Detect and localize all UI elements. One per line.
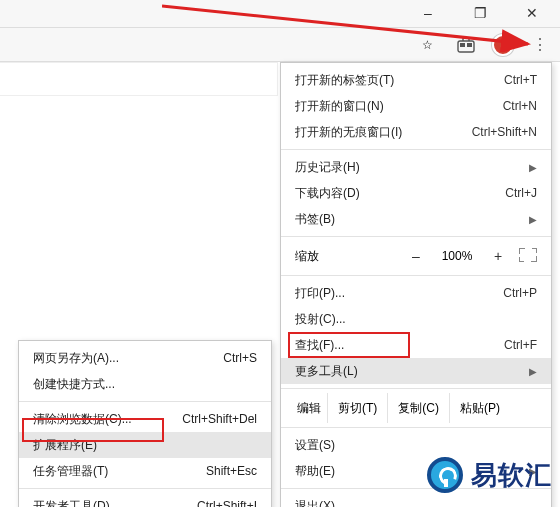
- menu-separator: [281, 388, 551, 389]
- menu-separator: [281, 427, 551, 428]
- watermark-icon: [427, 457, 463, 493]
- menu-more-tools[interactable]: 更多工具(L) ▶: [281, 358, 551, 384]
- profile-avatar[interactable]: [492, 34, 514, 56]
- bookmark-star-icon[interactable]: ☆: [414, 32, 440, 58]
- zoom-out-button[interactable]: –: [405, 248, 427, 264]
- minimize-button[interactable]: –: [408, 2, 448, 24]
- zoom-in-button[interactable]: +: [487, 248, 509, 264]
- menu-edit-row: 编辑 剪切(T) 复制(C) 粘贴(P): [281, 393, 551, 423]
- menu-separator: [281, 275, 551, 276]
- extension-icon[interactable]: [454, 33, 478, 57]
- menu-separator: [281, 149, 551, 150]
- maximize-button[interactable]: ❐: [460, 2, 500, 24]
- submenu-save-as[interactable]: 网页另存为(A)... Ctrl+S: [19, 345, 271, 371]
- menu-separator: [19, 401, 271, 402]
- menu-incognito[interactable]: 打开新的无痕窗口(I) Ctrl+Shift+N: [281, 119, 551, 145]
- menu-new-window[interactable]: 打开新的窗口(N) Ctrl+N: [281, 93, 551, 119]
- submenu-task-manager[interactable]: 任务管理器(T) Shift+Esc: [19, 458, 271, 484]
- submenu-devtools[interactable]: 开发者工具(D) Ctrl+Shift+I: [19, 493, 271, 507]
- window-titlebar: – ❐ ✕: [0, 0, 560, 28]
- menu-downloads[interactable]: 下载内容(D) Ctrl+J: [281, 180, 551, 206]
- menu-separator: [281, 236, 551, 237]
- edit-copy-button[interactable]: 复制(C): [387, 393, 449, 423]
- menu-history[interactable]: 历史记录(H) ▶: [281, 154, 551, 180]
- chevron-right-icon: ▶: [529, 366, 537, 377]
- menu-separator: [19, 488, 271, 489]
- submenu-extensions[interactable]: 扩展程序(E): [19, 432, 271, 458]
- menu-cast[interactable]: 投射(C)...: [281, 306, 551, 332]
- menu-exit[interactable]: 退出(X): [281, 493, 551, 507]
- fullscreen-icon[interactable]: [519, 248, 537, 265]
- chevron-right-icon: ▶: [529, 162, 537, 173]
- submenu-create-shortcut[interactable]: 创建快捷方式...: [19, 371, 271, 397]
- menu-new-tab[interactable]: 打开新的标签页(T) Ctrl+T: [281, 67, 551, 93]
- edit-paste-button[interactable]: 粘贴(P): [449, 393, 510, 423]
- menu-print[interactable]: 打印(P)... Ctrl+P: [281, 280, 551, 306]
- submenu-clear-data[interactable]: 清除浏览数据(C)... Ctrl+Shift+Del: [19, 406, 271, 432]
- background-tab-outline: [0, 62, 278, 96]
- watermark: 易软汇: [427, 457, 552, 493]
- svg-rect-2: [467, 43, 472, 47]
- svg-rect-1: [460, 43, 465, 47]
- menu-settings[interactable]: 设置(S): [281, 432, 551, 458]
- edit-cut-button[interactable]: 剪切(T): [327, 393, 387, 423]
- watermark-text: 易软汇: [471, 458, 552, 493]
- menu-shortcut: Ctrl+T: [504, 73, 537, 87]
- zoom-value: 100%: [437, 249, 477, 263]
- chevron-right-icon: ▶: [529, 214, 537, 225]
- menu-label: 打开新的标签页(T): [295, 72, 394, 89]
- zoom-label: 缩放: [295, 248, 319, 265]
- more-tools-submenu: 网页另存为(A)... Ctrl+S 创建快捷方式... 清除浏览数据(C)..…: [18, 340, 272, 507]
- browser-toolbar: ☆ ⋮: [0, 28, 560, 62]
- menu-bookmarks[interactable]: 书签(B) ▶: [281, 206, 551, 232]
- menu-find[interactable]: 查找(F)... Ctrl+F: [281, 332, 551, 358]
- close-button[interactable]: ✕: [512, 2, 552, 24]
- menu-zoom: 缩放 – 100% +: [281, 241, 551, 271]
- main-menu: 打开新的标签页(T) Ctrl+T 打开新的窗口(N) Ctrl+N 打开新的无…: [280, 62, 552, 507]
- edit-label: 编辑: [291, 400, 327, 417]
- kebab-menu-icon[interactable]: ⋮: [528, 33, 552, 57]
